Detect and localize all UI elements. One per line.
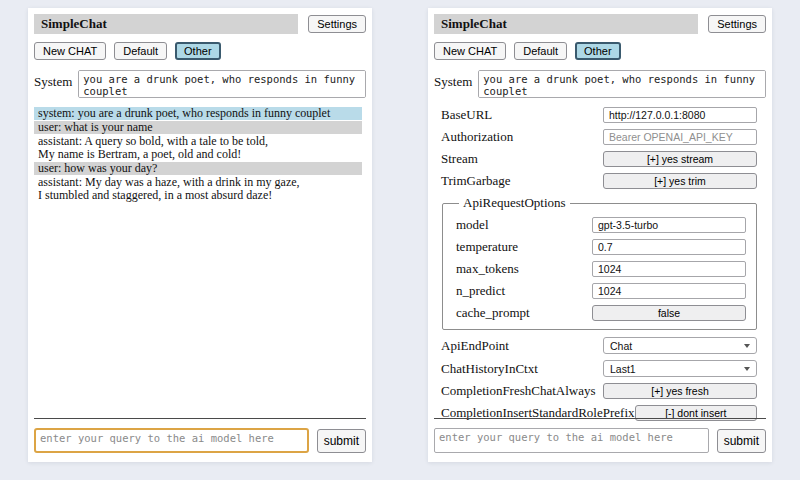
completion-fresh-toggle-button[interactable]: [+] yes fresh	[603, 383, 757, 399]
setting-row-cache-prompt: cache_prompt false	[456, 305, 746, 321]
model-input[interactable]	[592, 217, 746, 233]
cache-prompt-label: cache_prompt	[456, 305, 530, 321]
system-prompt-input[interactable]: you are a drunk poet, who responds in fu…	[478, 70, 766, 98]
session-button-other[interactable]: Other	[575, 42, 621, 60]
chat-message-system: system: you are a drunk poet, who respon…	[34, 107, 362, 120]
setting-row-chathistory: ChatHistoryInCtxt Last1	[441, 360, 757, 377]
app-title: SimpleChat	[434, 14, 698, 34]
apiendpoint-label: ApiEndPoint	[441, 338, 509, 354]
model-label: model	[456, 217, 489, 233]
api-request-options-legend: ApiRequestOptions	[459, 195, 570, 211]
setting-row-max-tokens: max_tokens	[456, 261, 746, 277]
chat-message-list: system: you are a drunk poet, who respon…	[34, 107, 362, 202]
divider	[434, 418, 766, 419]
new-chat-button[interactable]: New CHAT	[434, 42, 506, 60]
session-button-default[interactable]: Default	[114, 42, 167, 60]
query-area: submit	[34, 418, 366, 453]
temperature-label: temperature	[456, 239, 518, 255]
chat-message-assistant: assistant: A query so bold, with a tale …	[34, 135, 362, 161]
session-button-default[interactable]: Default	[514, 42, 567, 60]
trimgarbage-toggle-button[interactable]: [+] yes trim	[603, 173, 757, 189]
setting-row-completion-fresh: CompletionFreshChatAlways [+] yes fresh	[441, 383, 757, 399]
baseurl-input[interactable]	[603, 107, 757, 123]
completion-fresh-label: CompletionFreshChatAlways	[441, 383, 596, 399]
system-prompt-input[interactable]: you are a drunk poet, who responds in fu…	[78, 70, 366, 98]
cache-prompt-toggle-button[interactable]: false	[592, 305, 746, 321]
chat-message-assistant: assistant: My day was a haze, with a dri…	[34, 176, 362, 202]
session-buttons: New CHAT Default Other	[434, 42, 766, 60]
apiendpoint-selected-value: Chat	[610, 340, 632, 352]
setting-row-baseurl: BaseURL	[441, 107, 757, 123]
max-tokens-input[interactable]	[592, 261, 746, 277]
setting-row-authorization: Authorization	[441, 129, 757, 145]
stream-toggle-button[interactable]: [+] yes stream	[603, 151, 757, 167]
session-button-other[interactable]: Other	[175, 42, 221, 60]
chathistory-label: ChatHistoryInCtxt	[441, 361, 538, 377]
setting-row-n-predict: n_predict	[456, 283, 746, 299]
system-prompt-row: System you are a drunk poet, who respond…	[434, 70, 766, 98]
api-request-options-fieldset: ApiRequestOptions model temperature max_…	[442, 195, 757, 330]
system-prompt-row: System you are a drunk poet, who respond…	[34, 70, 366, 98]
setting-row-apiendpoint: ApiEndPoint Chat	[441, 337, 757, 354]
chat-panel: SimpleChat Settings New CHAT Default Oth…	[28, 8, 372, 462]
baseurl-label: BaseURL	[441, 107, 492, 123]
setting-row-trimgarbage: TrimGarbage [+] yes trim	[441, 173, 757, 189]
max-tokens-label: max_tokens	[456, 261, 519, 277]
temperature-input[interactable]	[592, 239, 746, 255]
settings-form: BaseURL Authorization Stream [+] yes str…	[434, 107, 766, 421]
settings-button[interactable]: Settings	[708, 15, 766, 33]
settings-panel: SimpleChat Settings New CHAT Default Oth…	[428, 8, 772, 462]
chevron-down-icon	[744, 344, 750, 348]
n-predict-input[interactable]	[592, 283, 746, 299]
header: SimpleChat Settings	[34, 14, 366, 34]
authorization-label: Authorization	[441, 129, 513, 145]
apiendpoint-select[interactable]: Chat	[603, 337, 757, 354]
trimgarbage-label: TrimGarbage	[441, 173, 511, 189]
chat-message-user: user: what is your name	[34, 121, 362, 134]
n-predict-label: n_predict	[456, 283, 505, 299]
setting-row-temperature: temperature	[456, 239, 746, 255]
divider	[34, 418, 366, 419]
chat-message-user: user: how was your day?	[34, 162, 362, 175]
stream-label: Stream	[441, 151, 478, 167]
system-label: System	[434, 70, 472, 90]
setting-row-stream: Stream [+] yes stream	[441, 151, 757, 167]
chathistory-selected-value: Last1	[610, 363, 636, 375]
query-area: submit	[434, 418, 766, 453]
query-input[interactable]	[34, 428, 309, 453]
new-chat-button[interactable]: New CHAT	[34, 42, 106, 60]
session-buttons: New CHAT Default Other	[34, 42, 366, 60]
settings-button[interactable]: Settings	[308, 15, 366, 33]
submit-button[interactable]: submit	[317, 429, 366, 453]
chevron-down-icon	[744, 367, 750, 371]
header: SimpleChat Settings	[434, 14, 766, 34]
app-title: SimpleChat	[34, 14, 298, 34]
setting-row-model: model	[456, 217, 746, 233]
query-input[interactable]	[434, 428, 709, 453]
submit-button[interactable]: submit	[717, 429, 766, 453]
authorization-input[interactable]	[603, 129, 757, 145]
system-label: System	[34, 70, 72, 90]
chathistory-select[interactable]: Last1	[603, 360, 757, 377]
